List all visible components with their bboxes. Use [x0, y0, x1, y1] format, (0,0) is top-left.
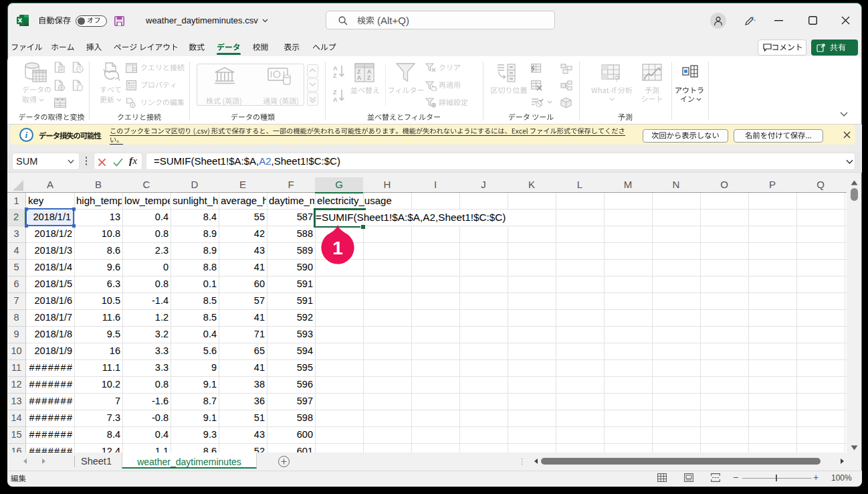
svg-text:A: A	[333, 65, 338, 72]
svg-text:?: ?	[615, 74, 619, 82]
svg-text:Z: Z	[333, 89, 337, 96]
svg-text:Z: Z	[333, 72, 337, 79]
svg-text:A: A	[357, 74, 361, 81]
svg-text:1: 1	[332, 238, 343, 258]
svg-text:Z: Z	[367, 74, 370, 81]
svg-text:A: A	[333, 96, 338, 103]
